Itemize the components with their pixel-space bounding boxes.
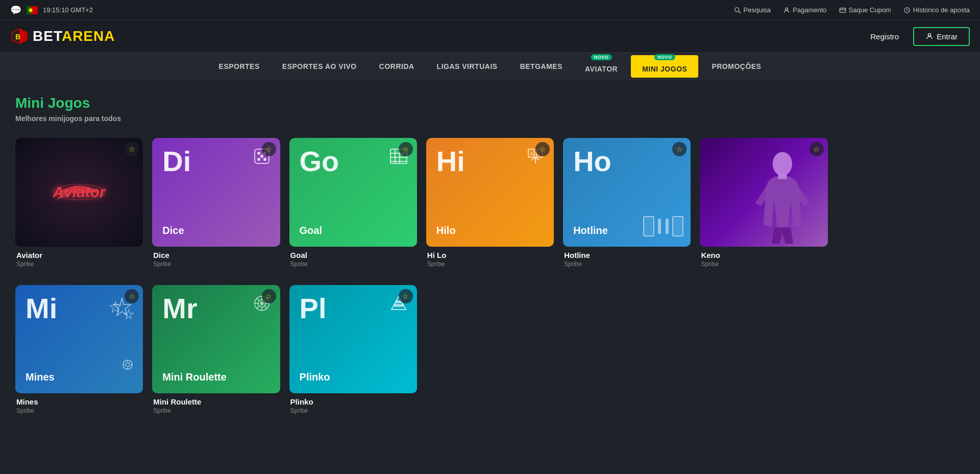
miniroulette-name: Mini Roulette xyxy=(153,397,279,406)
svg-line-4 xyxy=(738,11,740,13)
nav-esportes[interactable]: ESPORTES xyxy=(208,53,271,80)
nav-ligas-virtuais[interactable]: LIGAS VIRTUAIS xyxy=(426,53,509,80)
games-grid-row1: Aviator ☆ Aviator Spribe Di Dice ☆ Dice xyxy=(15,138,965,270)
svg-point-44 xyxy=(260,302,263,304)
keno-name: Keno xyxy=(701,251,826,259)
top-bar-left: 💬 19:15:10 GMT+2 xyxy=(10,5,93,16)
page-subtitle: Melhores minijogos para todos xyxy=(15,114,965,123)
pagamento-link[interactable]: Pagamento xyxy=(783,6,827,14)
game-thumbnail-hotline: Ho Hotline ☆ xyxy=(563,138,691,247)
user-icon xyxy=(925,32,934,40)
game-thumbnail-mines: Mi Mines ☆ xyxy=(15,285,143,394)
keno-info: Keno Spribe xyxy=(700,247,827,270)
goal-favorite-btn[interactable]: ☆ xyxy=(399,142,413,156)
aviator-label: Aviator xyxy=(53,183,105,201)
historico-link[interactable]: Histórico de aposta xyxy=(903,6,970,14)
hilo-info: Hi Lo Spribe xyxy=(426,247,554,270)
nav-betgames[interactable]: BETGAMES xyxy=(509,53,574,80)
svg-point-56 xyxy=(401,304,403,306)
chat-icon[interactable]: 💬 xyxy=(10,5,21,16)
dice-sublabel: Dice xyxy=(162,225,184,236)
aviator-provider: Spribe xyxy=(16,260,142,268)
aviator-name: Aviator xyxy=(16,251,142,259)
mines-favorite-btn[interactable]: ☆ xyxy=(125,289,139,303)
miniroulette-info: Mini Roulette Spribe xyxy=(152,393,280,416)
flag-portugal xyxy=(27,6,38,14)
empty-slot-3 xyxy=(563,285,691,417)
hilo-favorite-btn[interactable]: ☆ xyxy=(535,142,550,156)
plinko-favorite-btn[interactable]: ☆ xyxy=(399,289,413,303)
game-thumbnail-miniroulette: Mr Mini Roulette xyxy=(152,285,280,394)
game-thumbnail-aviator: Aviator ☆ xyxy=(15,138,143,247)
nav-aviator[interactable]: Novo AVIATOR xyxy=(574,53,629,80)
empty-slot-5 xyxy=(837,285,965,417)
dice-info: Dice Spribe xyxy=(152,247,280,270)
keno-favorite-btn[interactable]: ☆ xyxy=(810,142,824,156)
nav-mini-jogos[interactable]: Novo MINI JOGOS xyxy=(631,55,698,78)
hotline-sublabel: Hotline xyxy=(573,225,608,236)
svg-point-17 xyxy=(258,158,260,160)
svg-point-5 xyxy=(786,8,788,10)
svg-point-2 xyxy=(29,8,33,12)
miniroulette-provider: Spribe xyxy=(153,407,279,414)
mini-jogos-novo-badge: Novo xyxy=(654,54,675,60)
game-thumbnail-hilo: Hi Hilo A ♦ ☆ xyxy=(426,138,554,247)
keno-woman-silhouette xyxy=(734,149,828,246)
hotline-favorite-btn[interactable]: ☆ xyxy=(672,142,687,156)
hotline-letter: Ho xyxy=(573,147,611,176)
nav-corrida[interactable]: CORRIDA xyxy=(368,53,426,80)
page-title: Mini Jogos xyxy=(15,95,965,111)
main-content: Mini Jogos Melhores minijogos para todos… xyxy=(0,80,980,432)
game-card-dice[interactable]: Di Dice ☆ Dice Spribe xyxy=(152,138,280,270)
top-bar-right: Pesquisa Pagamento Saque Cupom Histórico… xyxy=(734,6,970,14)
svg-line-52 xyxy=(257,306,259,309)
miniroulette-letter: Mr xyxy=(162,294,197,323)
pesquisa-link[interactable]: Pesquisa xyxy=(734,6,771,14)
goal-provider: Spribe xyxy=(290,260,416,268)
nav-esportes-ao-vivo[interactable]: ESPORTES AO VIVO xyxy=(271,53,368,80)
game-card-hilo[interactable]: Hi Hilo A ♦ ☆ Hi Lo Spribe xyxy=(426,138,554,270)
hotline-name: Hotline xyxy=(564,251,690,259)
hilo-provider: Spribe xyxy=(427,260,553,268)
goal-info: Goal Spribe xyxy=(289,247,417,270)
saque-cupom-link[interactable]: Saque Cupom xyxy=(839,6,891,14)
games-grid-row2: Mi Mines ☆ Mines Spribe xyxy=(15,285,965,417)
logo[interactable]: B BETARENA xyxy=(10,27,115,45)
nav-promocoes[interactable]: PROMOÇÕES xyxy=(700,53,772,80)
game-card-keno[interactable]: ☆ Keno Spribe xyxy=(700,138,827,270)
svg-point-12 xyxy=(928,34,930,36)
miniroulette-favorite-btn[interactable]: ☆ xyxy=(262,289,276,303)
game-thumbnail-keno: ☆ xyxy=(700,138,827,247)
current-time: 19:15:10 GMT+2 xyxy=(43,6,93,14)
mines-letter: Mi xyxy=(26,294,57,323)
game-card-plinko[interactable]: Pl Plinko ☆ Plinko Spribe xyxy=(289,285,417,417)
mines-gem-icon xyxy=(121,359,134,373)
miniroulette-sublabel: Mini Roulette xyxy=(162,371,227,383)
goal-sublabel: Goal xyxy=(300,225,322,236)
svg-line-50 xyxy=(264,306,267,309)
hotline-info: Hotline Spribe xyxy=(563,247,691,270)
svg-point-19 xyxy=(261,155,263,157)
mines-name: Mines xyxy=(16,397,142,406)
empty-slot-4 xyxy=(700,285,827,417)
header-right: Registro Entrar xyxy=(862,27,970,46)
entrar-button[interactable]: Entrar xyxy=(913,27,970,46)
goal-letter: Go xyxy=(300,147,339,176)
game-card-hotline[interactable]: Ho Hotline ☆ Hotline Spribe xyxy=(563,138,691,270)
plinko-name: Plinko xyxy=(290,397,416,406)
dice-letter: Di xyxy=(162,147,191,176)
svg-point-37 xyxy=(126,363,130,367)
header: B BETARENA Registro Entrar xyxy=(0,20,980,53)
game-thumbnail-plinko: Pl Plinko ☆ xyxy=(289,285,417,394)
game-card-aviator[interactable]: Aviator ☆ Aviator Spribe xyxy=(15,138,143,270)
plinko-info: Plinko Spribe xyxy=(289,393,417,416)
game-card-goal[interactable]: Go Goal ☆ Goal Spribe xyxy=(289,138,417,270)
registro-button[interactable]: Registro xyxy=(862,28,907,45)
svg-text:B: B xyxy=(15,33,20,41)
game-card-miniroulette[interactable]: Mr Mini Roulette xyxy=(152,285,280,417)
dice-favorite-btn[interactable]: ☆ xyxy=(262,142,276,156)
keno-provider: Spribe xyxy=(701,260,826,268)
mines-info: Mines Spribe xyxy=(15,393,143,416)
svg-rect-6 xyxy=(840,8,846,12)
game-card-mines[interactable]: Mi Mines ☆ Mines Spribe xyxy=(15,285,143,417)
